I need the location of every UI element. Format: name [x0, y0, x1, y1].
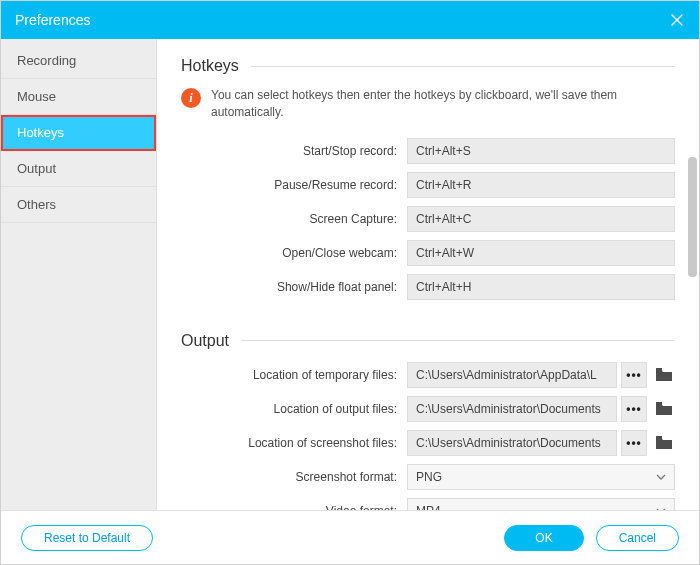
output-row-screenshot-format: Screenshot format: PNG	[181, 464, 675, 490]
output-row-video-format: Video format: MP4	[181, 498, 675, 510]
dialog-body: Recording Mouse Hotkeys Output Others Ho…	[1, 39, 699, 510]
browse-button[interactable]: •••	[621, 430, 647, 456]
titlebar: Preferences	[1, 1, 699, 39]
sidebar-item-hotkeys[interactable]: Hotkeys	[1, 115, 156, 151]
section-title: Output	[181, 332, 229, 350]
svg-rect-2	[656, 436, 662, 439]
close-icon[interactable]	[669, 12, 685, 28]
svg-rect-1	[656, 402, 662, 405]
hotkey-label: Open/Close webcam:	[181, 246, 407, 260]
chevron-down-icon	[656, 472, 666, 482]
open-folder-icon[interactable]	[653, 430, 675, 456]
divider	[251, 66, 675, 67]
main-panel: Hotkeys i You can select hotkeys then en…	[157, 39, 699, 510]
sidebar-item-label: Others	[17, 197, 56, 212]
hotkey-row-webcam: Open/Close webcam:	[181, 240, 675, 266]
hotkey-input-pause-resume[interactable]	[407, 172, 675, 198]
open-folder-icon[interactable]	[653, 396, 675, 422]
divider	[241, 340, 675, 341]
hotkey-label: Start/Stop record:	[181, 144, 407, 158]
output-label: Screenshot format:	[181, 470, 407, 484]
path-input-temp[interactable]: C:\Users\Administrator\AppData\L	[407, 362, 617, 388]
hotkey-label: Show/Hide float panel:	[181, 280, 407, 294]
sidebar-item-label: Mouse	[17, 89, 56, 104]
preferences-window: Preferences Recording Mouse Hotkeys Outp…	[0, 0, 700, 565]
sidebar-item-mouse[interactable]: Mouse	[1, 79, 156, 115]
select-value: MP4	[416, 504, 441, 510]
path-input-screenshot[interactable]: C:\Users\Administrator\Documents	[407, 430, 617, 456]
main-scroll-area[interactable]: Hotkeys i You can select hotkeys then en…	[157, 39, 699, 510]
browse-button[interactable]: •••	[621, 396, 647, 422]
sidebar-item-label: Recording	[17, 53, 76, 68]
section-header-hotkeys: Hotkeys	[181, 57, 675, 75]
window-title: Preferences	[15, 12, 90, 28]
hotkey-input-webcam[interactable]	[407, 240, 675, 266]
scrollbar-thumb[interactable]	[688, 157, 697, 277]
hotkey-input-screen-capture[interactable]	[407, 206, 675, 232]
output-row-output-location: Location of output files: C:\Users\Admin…	[181, 396, 675, 422]
browse-button[interactable]: •••	[621, 362, 647, 388]
hotkey-label: Pause/Resume record:	[181, 178, 407, 192]
hotkey-row-pause-resume: Pause/Resume record:	[181, 172, 675, 198]
section-header-output: Output	[181, 332, 675, 350]
hotkey-row-screen-capture: Screen Capture:	[181, 206, 675, 232]
select-video-format[interactable]: MP4	[407, 498, 675, 510]
sidebar-item-others[interactable]: Others	[1, 187, 156, 223]
sidebar: Recording Mouse Hotkeys Output Others	[1, 39, 157, 510]
output-label: Location of output files:	[181, 402, 407, 416]
reset-to-default-button[interactable]: Reset to Default	[21, 525, 153, 551]
output-label: Location of temporary files:	[181, 368, 407, 382]
output-label: Location of screenshot files:	[181, 436, 407, 450]
ok-button[interactable]: OK	[504, 525, 583, 551]
footer-right: OK Cancel	[504, 525, 679, 551]
open-folder-icon[interactable]	[653, 362, 675, 388]
sidebar-item-recording[interactable]: Recording	[1, 43, 156, 79]
cancel-button[interactable]: Cancel	[596, 525, 679, 551]
output-label: Video format:	[181, 504, 407, 510]
hotkey-row-float-panel: Show/Hide float panel:	[181, 274, 675, 300]
sidebar-item-label: Hotkeys	[17, 125, 64, 140]
hotkey-label: Screen Capture:	[181, 212, 407, 226]
section-title: Hotkeys	[181, 57, 239, 75]
select-value: PNG	[416, 470, 442, 484]
hotkeys-info: i You can select hotkeys then enter the …	[181, 87, 675, 122]
select-screenshot-format[interactable]: PNG	[407, 464, 675, 490]
hotkey-row-start-stop: Start/Stop record:	[181, 138, 675, 164]
output-row-temp-location: Location of temporary files: C:\Users\Ad…	[181, 362, 675, 388]
hotkey-input-float-panel[interactable]	[407, 274, 675, 300]
chevron-down-icon	[656, 506, 666, 510]
hotkey-input-start-stop[interactable]	[407, 138, 675, 164]
info-text: You can select hotkeys then enter the ho…	[211, 87, 675, 122]
sidebar-item-label: Output	[17, 161, 56, 176]
path-input-output[interactable]: C:\Users\Administrator\Documents	[407, 396, 617, 422]
svg-rect-0	[656, 368, 662, 371]
footer: Reset to Default OK Cancel	[1, 510, 699, 564]
info-icon: i	[181, 88, 201, 108]
sidebar-item-output[interactable]: Output	[1, 151, 156, 187]
output-row-screenshot-location: Location of screenshot files: C:\Users\A…	[181, 430, 675, 456]
